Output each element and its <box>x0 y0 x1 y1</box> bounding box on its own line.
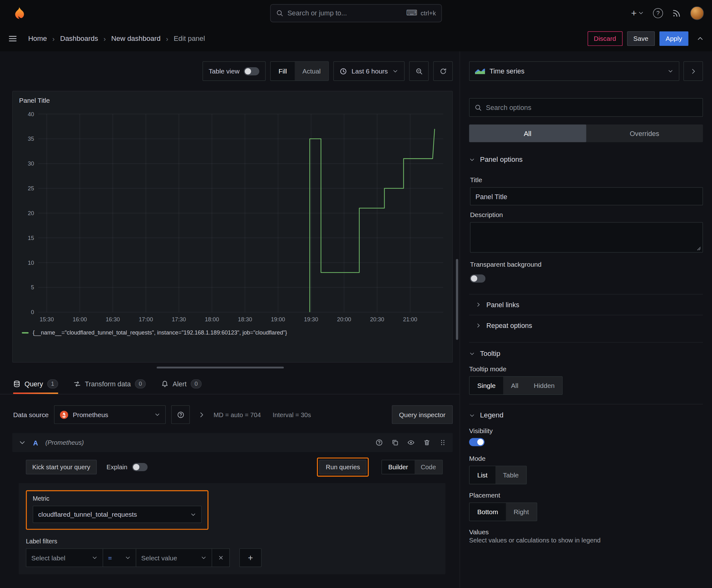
svg-text:40: 40 <box>28 111 34 118</box>
legend-series-label[interactable]: {__name__="cloudflared_tunnel_total_requ… <box>33 330 287 336</box>
remove-filter-button[interactable] <box>212 548 230 567</box>
visualization-picker[interactable]: Time series <box>469 61 679 81</box>
breadcrumb-separator: › <box>166 35 168 43</box>
search-icon <box>475 104 482 111</box>
tooltip-section: Tooltip Tooltip mode Single All Hidden <box>469 342 703 395</box>
transparent-background-toggle[interactable] <box>470 275 486 283</box>
editor-mode-code[interactable]: Code <box>414 460 442 474</box>
legend-mode-list[interactable]: List <box>470 466 495 484</box>
options-search[interactable] <box>469 98 703 117</box>
query-row-header[interactable]: A (Prometheus) <box>12 433 453 452</box>
chevron-up-icon[interactable] <box>697 35 704 42</box>
svg-text:20:30: 20:30 <box>370 316 384 322</box>
save-button[interactable]: Save <box>627 31 654 46</box>
options-search-input[interactable] <box>486 104 697 111</box>
svg-text:15: 15 <box>28 235 34 241</box>
new-menu-button[interactable]: + <box>631 8 644 18</box>
breadcrumb: Home › Dashboards › New dashboard › Edit… <box>28 35 205 43</box>
refresh-button[interactable] <box>433 61 453 81</box>
help-button[interactable]: ? <box>653 8 663 18</box>
grafana-logo-icon[interactable] <box>12 6 25 20</box>
query-inspector-button[interactable]: Query inspector <box>392 405 453 424</box>
duplicate-query-icon[interactable] <box>391 439 399 446</box>
breadcrumb-new-dashboard[interactable]: New dashboard <box>111 35 160 43</box>
kick-start-query-button[interactable]: Kick start your query <box>26 460 96 474</box>
chevron-down-icon <box>469 413 475 418</box>
run-queries-button[interactable]: Run queries <box>320 460 367 474</box>
legend-mode-label: Mode <box>469 455 703 462</box>
tab-transform-data[interactable]: Transform data 0 <box>73 374 146 394</box>
drag-handle-icon[interactable] <box>439 439 447 446</box>
repeat-options-section[interactable]: Repeat options <box>469 315 703 336</box>
legend-placement-right[interactable]: Right <box>506 503 537 521</box>
editor-mode-builder[interactable]: Builder <box>382 460 414 474</box>
tooltip-mode-group: Single All Hidden <box>469 376 563 395</box>
tooltip-mode-all[interactable]: All <box>503 377 526 394</box>
display-mode-actual[interactable]: Actual <box>295 62 328 80</box>
table-view-label: Table view <box>209 67 239 75</box>
display-mode-fill[interactable]: Fill <box>271 62 295 80</box>
vertical-scrollbar[interactable] <box>456 259 458 340</box>
select-value-dropdown[interactable]: Select value <box>136 548 212 567</box>
menu-toggle-icon[interactable] <box>8 34 17 43</box>
delete-query-trash-icon[interactable] <box>423 439 430 446</box>
grafana-edit-panel-page: ⌨ ctrl+k + ? Home › Dashboards › New das… <box>0 0 712 588</box>
svg-text:0: 0 <box>31 309 34 315</box>
global-search[interactable]: ⌨ ctrl+k <box>270 4 442 22</box>
table-view-toggle[interactable] <box>244 67 259 75</box>
data-source-picker[interactable]: Prometheus <box>54 405 166 424</box>
chevron-down-icon[interactable] <box>19 439 26 446</box>
time-series-chart[interactable]: 051015202530354015:3016:0016:3017:0017:3… <box>18 108 448 325</box>
metric-highlight: Metric cloudflared_tunnel_total_requests <box>26 490 208 530</box>
select-label-dropdown[interactable]: Select label <box>26 548 103 567</box>
resize-grip-icon[interactable] <box>695 245 701 251</box>
tab-alert[interactable]: Alert 0 <box>161 374 202 394</box>
panel-description-textarea[interactable] <box>470 222 703 253</box>
global-search-input[interactable] <box>287 9 402 17</box>
legend-visibility-toggle[interactable] <box>469 438 484 446</box>
legend-series-swatch <box>22 332 28 333</box>
operator-dropdown[interactable]: = <box>103 548 136 567</box>
chevron-down-icon <box>154 412 160 418</box>
user-avatar[interactable] <box>690 6 704 20</box>
chevron-right-icon[interactable] <box>198 411 205 418</box>
legend-placement-bottom[interactable]: Bottom <box>470 503 506 521</box>
transform-icon <box>73 380 81 387</box>
zoom-out-button[interactable] <box>409 61 429 81</box>
table-view-control: Table view <box>202 61 266 81</box>
keyboard-icon: ⌨ <box>406 9 417 17</box>
panel-title-input[interactable] <box>470 187 703 205</box>
data-source-help-button[interactable] <box>171 405 190 424</box>
metric-select[interactable]: cloudflared_tunnel_total_requests <box>33 506 201 523</box>
add-filter-button[interactable]: + <box>239 548 261 567</box>
query-help-icon[interactable] <box>375 439 383 446</box>
panel-options-header[interactable]: Panel options <box>469 149 703 170</box>
options-tab-overrides[interactable]: Overrides <box>586 124 703 142</box>
tooltip-mode-single[interactable]: Single <box>470 377 503 394</box>
time-range-picker[interactable]: Last 6 hours <box>333 61 405 81</box>
options-tab-all[interactable]: All <box>469 124 586 142</box>
panel-links-section[interactable]: Panel links <box>469 294 703 315</box>
apply-button[interactable]: Apply <box>659 31 688 46</box>
tooltip-header-label: Tooltip <box>480 349 500 357</box>
breadcrumb-dashboards[interactable]: Dashboards <box>60 35 98 43</box>
legend-header[interactable]: Legend <box>469 404 703 426</box>
explain-control: Explain <box>106 463 147 471</box>
svg-text:20:00: 20:00 <box>337 316 351 322</box>
explain-toggle[interactable] <box>132 463 147 471</box>
horizontal-scrollbar[interactable] <box>157 366 284 369</box>
legend-mode-table[interactable]: Table <box>495 466 526 484</box>
panel-preview-title[interactable]: Panel Title <box>18 96 447 108</box>
tab-query-count: 1 <box>47 379 58 388</box>
discard-button[interactable]: Discard <box>587 31 623 46</box>
news-rss-icon[interactable] <box>672 8 681 18</box>
tooltip-mode-hidden[interactable]: Hidden <box>526 377 563 394</box>
tab-query[interactable]: Query 1 <box>13 374 58 394</box>
svg-text:18:00: 18:00 <box>205 316 219 322</box>
svg-text:10: 10 <box>28 260 34 266</box>
tooltip-header[interactable]: Tooltip <box>469 343 703 364</box>
visualization-row: Time series <box>469 61 703 81</box>
breadcrumb-home[interactable]: Home <box>28 35 47 43</box>
hide-query-eye-icon[interactable] <box>408 439 415 446</box>
toggle-options-pane-button[interactable] <box>684 61 703 81</box>
